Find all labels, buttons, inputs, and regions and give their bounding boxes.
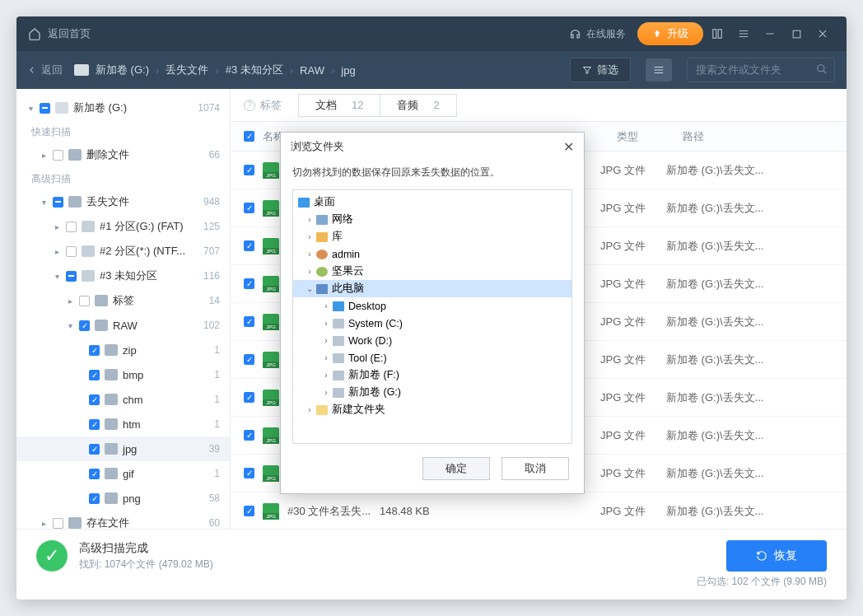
footer: 高级扫描完成 找到: 1074个文件 (479.02 MB) 恢复 已勾选: 1…	[16, 529, 847, 600]
col-path[interactable]: 路径	[683, 129, 833, 144]
minimize-button[interactable]	[758, 21, 782, 46]
row-checkbox[interactable]	[244, 392, 254, 403]
partition-icon	[82, 270, 95, 282]
row-checkbox[interactable]	[244, 316, 254, 327]
tree-admin[interactable]: ›admin	[293, 245, 571, 263]
tree-drive-desktop[interactable]: ›Desktop	[293, 297, 571, 315]
tree-htm[interactable]: htm1	[16, 412, 230, 436]
cancel-button[interactable]: 取消	[501, 457, 569, 480]
row-checkbox[interactable]	[244, 430, 254, 441]
crumb-3[interactable]: RAW	[300, 64, 324, 77]
tree-png[interactable]: png58	[16, 486, 230, 511]
tree-jpg[interactable]: jpg39	[16, 436, 230, 461]
chevron-left-icon	[28, 64, 36, 76]
status-found: 找到: 1074个文件 (479.02 MB)	[79, 558, 213, 572]
tree-gif[interactable]: gif1	[16, 461, 230, 486]
tree-p2[interactable]: ▸#2 分区(*:) (NTF...707	[16, 239, 230, 264]
back-button[interactable]: 返回	[28, 63, 63, 77]
tree-tags[interactable]: ▸标签14	[16, 288, 230, 313]
titlebar: 返回首页 在线服务 升级	[16, 16, 847, 51]
tabs: ?标签 文档12 音频2	[231, 89, 847, 122]
filter-button[interactable]: 筛选	[570, 58, 631, 82]
success-icon	[36, 540, 68, 572]
select-all-checkbox[interactable]	[244, 131, 254, 142]
desktop-icon	[333, 301, 344, 311]
row-checkbox[interactable]	[244, 468, 254, 478]
tree-thispc[interactable]: ⌄此电脑	[293, 280, 571, 297]
jpg-file-icon	[263, 465, 279, 482]
tree-raw[interactable]: ▾RAW102	[16, 313, 230, 338]
tree-drive-c[interactable]: ›System (C:)	[293, 315, 571, 332]
tree-newfolder[interactable]: ›新建文件夹	[293, 401, 571, 418]
table-row[interactable]: #30 文件名丢失... 148.48 KBJPG 文件新加卷 (G:)\丢失文…	[231, 492, 847, 529]
tab-doc[interactable]: 文档12	[298, 94, 380, 117]
tree-drive-f[interactable]: ›新加卷 (F:)	[293, 366, 571, 384]
crumb-2[interactable]: #3 未知分区	[226, 63, 283, 77]
row-checkbox[interactable]	[244, 203, 254, 213]
folder-icon	[105, 492, 118, 504]
jpg-file-icon	[263, 390, 279, 406]
tree-zip[interactable]: zip1	[16, 338, 230, 362]
breadcrumb: 新加卷 (G:)› 丢失文件› #3 未知分区› RAW› jpg	[74, 63, 356, 77]
crumb-0[interactable]: 新加卷 (G:)	[96, 63, 149, 77]
online-service[interactable]: 在线服务	[569, 27, 626, 41]
tree-drive-g[interactable]: ›新加卷 (G:)	[293, 384, 571, 401]
selected-info: 已勾选: 102 个文件 (9.90 MB)	[697, 575, 827, 589]
headset-icon	[569, 28, 581, 40]
tab-audio[interactable]: 音频2	[380, 94, 456, 117]
ok-button[interactable]: 确定	[422, 457, 490, 480]
tree-drive-e[interactable]: ›Tool (E:)	[293, 349, 571, 366]
close-button[interactable]	[810, 21, 835, 46]
section-fast: 快速扫描	[16, 120, 230, 142]
tree-drive[interactable]: ▾新加卷 (G:)1074	[16, 96, 230, 120]
filter-icon	[582, 65, 592, 75]
list-icon	[653, 64, 665, 76]
recover-button[interactable]: 恢复	[726, 540, 827, 572]
menu-button[interactable]	[731, 21, 756, 46]
tree-chm[interactable]: chm1	[16, 387, 230, 412]
home-label: 返回首页	[48, 26, 91, 41]
app-window: 返回首页 在线服务 升级 返回 新加卷 (G:)› 丢失文件› #3 未知分区›…	[16, 16, 847, 600]
jpg-file-icon	[263, 162, 279, 179]
maximize-button[interactable]	[784, 21, 809, 46]
dialog-close-button[interactable]: ✕	[563, 139, 574, 155]
upgrade-button[interactable]: 升级	[637, 22, 703, 45]
layout-button[interactable]	[705, 21, 730, 46]
col-type[interactable]: 类型	[617, 129, 683, 144]
tree-p1[interactable]: ▸#1 分区(G:) (FAT)125	[16, 214, 230, 239]
tree-bmp[interactable]: bmp1	[16, 362, 230, 387]
home-button[interactable]: 返回首页	[28, 26, 91, 41]
jpg-file-icon	[263, 238, 279, 254]
drive-icon	[333, 353, 344, 363]
tree-exist[interactable]: ▸存在文件60	[16, 511, 230, 529]
row-checkbox[interactable]	[244, 506, 254, 516]
folder-icon	[105, 369, 118, 380]
tree-network[interactable]: ›网络	[293, 211, 571, 228]
library-icon	[316, 232, 328, 242]
crumb-1[interactable]: 丢失文件	[166, 63, 208, 77]
dialog-buttons: 确定 取消	[281, 444, 584, 493]
jpg-file-icon	[263, 427, 279, 444]
tree-lib[interactable]: ›库	[293, 228, 571, 245]
folder-icon	[95, 320, 108, 331]
tree-nutcloud[interactable]: ›坚果云	[293, 263, 571, 280]
status-title: 高级扫描完成	[79, 541, 213, 556]
tree-drive-d[interactable]: ›Work (D:)	[293, 332, 571, 349]
view-list-button[interactable]	[646, 58, 672, 82]
jpg-file-icon	[263, 352, 279, 368]
search-input[interactable]: 搜索文件或文件夹	[687, 58, 835, 82]
jpg-file-icon	[263, 200, 279, 217]
row-checkbox[interactable]	[244, 240, 254, 251]
row-checkbox[interactable]	[244, 278, 254, 289]
tree-p3[interactable]: ▾#3 未知分区116	[16, 264, 230, 288]
tree-deleted[interactable]: ▸删除文件66	[16, 142, 230, 167]
tree-desktop[interactable]: 桌面	[293, 194, 571, 211]
row-checkbox[interactable]	[244, 165, 254, 175]
partition-icon	[82, 245, 95, 257]
filter-label: 筛选	[597, 63, 618, 77]
desktop-icon	[298, 198, 310, 208]
crumb-4[interactable]: jpg	[341, 64, 355, 77]
tree-lost[interactable]: ▾丢失文件948	[16, 189, 230, 214]
folder-icon	[105, 344, 118, 356]
row-checkbox[interactable]	[244, 354, 254, 365]
